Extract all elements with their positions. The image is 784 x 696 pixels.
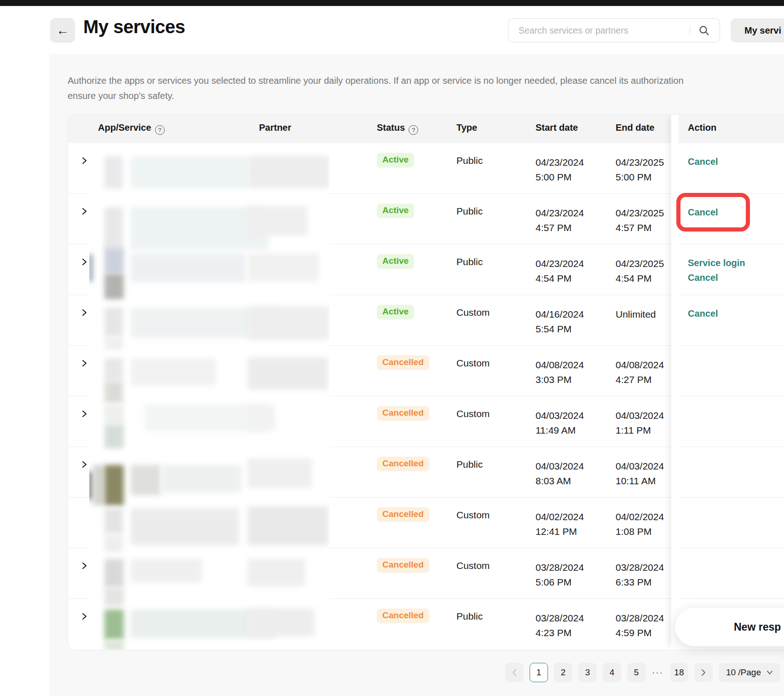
expand-chevron-icon[interactable] [81, 359, 88, 367]
chevron-right-icon [700, 668, 707, 677]
blurred-blob [104, 465, 124, 505]
blurred-blob [104, 273, 124, 299]
end-date: 04/03/2024 [616, 459, 664, 474]
blurred-blob [104, 424, 124, 448]
end-date-cell: 03/28/2024 4:59 PM [616, 611, 664, 640]
start-date-cell: 04/23/2024 5:00 PM [536, 155, 584, 185]
chevron-down-icon [767, 670, 773, 675]
help-icon[interactable]: ? [155, 125, 165, 135]
blurred-blob [104, 381, 123, 403]
start-date-cell: 03/28/2024 5:06 PM [536, 560, 584, 590]
page-button-1[interactable]: 1 [530, 663, 548, 682]
column-header-start-date: Start date [536, 122, 578, 133]
page-button-2[interactable]: 2 [554, 663, 572, 682]
new-response-label: New resp [734, 621, 781, 633]
action-cell: Cancel [688, 205, 718, 220]
status-badge: Active [377, 305, 414, 319]
action-link-cancel[interactable]: Cancel [688, 205, 718, 220]
start-date-cell: 04/23/2024 4:57 PM [536, 206, 584, 235]
page: ← My services My servi Authorize the app… [0, 0, 784, 696]
blurred-blob [131, 508, 239, 545]
page-button-5[interactable]: 5 [627, 663, 646, 682]
start-date: 03/28/2024 [536, 611, 584, 626]
pinned-column-separator [671, 115, 679, 650]
end-date-cell: 04/23/2025 4:54 PM [616, 256, 664, 286]
expand-chevron-icon[interactable] [81, 308, 88, 317]
type-cell: Public [456, 256, 483, 267]
blurred-blob [248, 307, 329, 340]
page-size-select[interactable]: 10 /Page [719, 663, 780, 682]
end-date: 04/08/2024 [616, 358, 664, 372]
search-divider [690, 26, 690, 35]
action-link-cancel[interactable]: Cancel [688, 270, 745, 285]
action-link-service-login[interactable]: Service login [688, 255, 745, 270]
blurred-blob [104, 307, 123, 337]
end-date: 04/23/2025 [616, 206, 664, 220]
blurred-blob [248, 559, 305, 586]
previous-page-button[interactable] [505, 663, 524, 682]
status-badge: Cancelled [377, 558, 429, 573]
end-date: 04/23/2025 [616, 256, 664, 271]
page-button-4[interactable]: 4 [603, 663, 621, 682]
status-badge: Cancelled [377, 609, 429, 623]
pagination-ellipsis: ··· [652, 667, 663, 678]
services-table: Active Public 04/23/2024 5:00 PM 04/23/2… [68, 114, 784, 650]
help-icon[interactable]: ? [409, 125, 418, 135]
end-date-cell: 04/02/2024 1:08 PM [616, 510, 664, 539]
expand-chevron-icon[interactable] [81, 612, 88, 621]
expand-chevron-icon[interactable] [81, 562, 88, 570]
arrow-left-icon: ← [57, 23, 69, 38]
expand-chevron-icon[interactable] [81, 157, 88, 165]
expand-chevron-icon[interactable] [81, 410, 88, 418]
type-cell: Custom [456, 408, 490, 419]
redacted-app-partner-content [89, 144, 329, 650]
type-cell: Custom [456, 358, 490, 369]
blurred-blob [248, 506, 329, 545]
new-response-floating-button[interactable]: New resp [675, 608, 784, 646]
back-button[interactable]: ← [50, 18, 75, 43]
blurred-blob [248, 156, 329, 188]
blurred-blob [248, 609, 314, 636]
search-input[interactable] [508, 19, 689, 42]
start-date: 04/03/2024 [536, 459, 584, 474]
blurred-blob [131, 358, 216, 386]
blurred-blob [89, 471, 92, 500]
search-icon[interactable] [698, 25, 709, 36]
start-time: 4:57 PM [536, 220, 584, 235]
end-time: 4:27 PM [616, 372, 664, 387]
end-date: 03/28/2024 [616, 560, 664, 575]
blurred-blob [131, 253, 246, 283]
end-date-cell: Unlimited [616, 307, 656, 322]
page-button-3[interactable]: 3 [578, 663, 597, 682]
start-date: 03/28/2024 [536, 560, 584, 575]
expand-chevron-icon[interactable] [81, 258, 88, 266]
column-header-action: Action [688, 122, 716, 133]
page-buttons: 12345 [530, 663, 646, 682]
action-cell: Cancel [688, 306, 718, 321]
blurred-blob [248, 458, 312, 488]
start-time: 8:03 AM [536, 474, 584, 488]
expand-chevron-icon[interactable] [81, 207, 88, 215]
start-date: 04/23/2024 [536, 155, 584, 170]
my-service-requests-button[interactable]: My servi [731, 18, 784, 42]
end-date: Unlimited [616, 307, 656, 322]
column-header-status: Status? [377, 122, 418, 135]
start-date: 04/08/2024 [536, 358, 584, 372]
expand-chevron-icon[interactable] [81, 460, 88, 469]
start-date: 04/23/2024 [536, 256, 584, 271]
column-header-app-service: App/Service? [98, 122, 165, 135]
blurred-blob [104, 587, 124, 606]
browser-top-bar [0, 0, 784, 6]
next-page-button[interactable] [694, 663, 713, 682]
end-date-cell: 04/03/2024 10:11 AM [616, 459, 664, 488]
end-time: 1:08 PM [616, 524, 664, 539]
type-cell: Public [456, 459, 483, 470]
blurred-blob [104, 534, 123, 552]
start-time: 4:23 PM [536, 626, 584, 640]
action-link-cancel[interactable]: Cancel [688, 306, 718, 321]
page-button-18[interactable]: 18 [670, 663, 688, 682]
end-time: 1:11 PM [616, 423, 664, 438]
action-link-cancel[interactable]: Cancel [688, 154, 718, 169]
blurred-blob [104, 609, 124, 640]
pagination: 12345 ··· 18 10 /Page [505, 663, 780, 682]
